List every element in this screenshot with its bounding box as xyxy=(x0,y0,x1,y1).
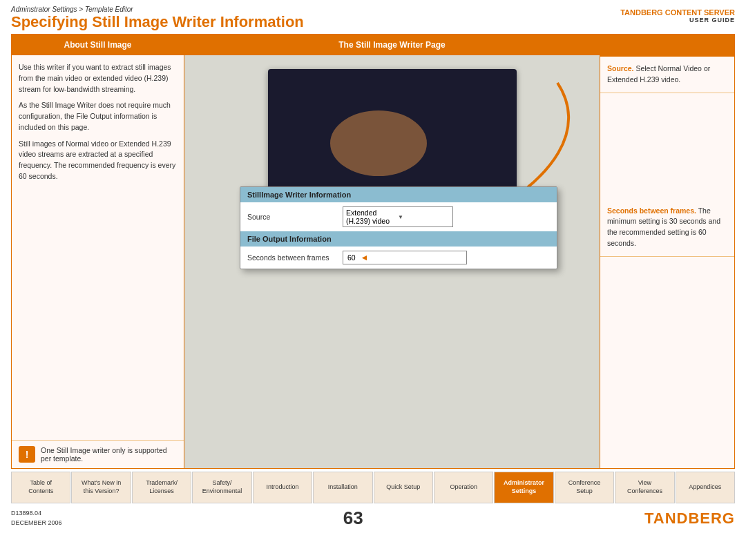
dialog-source-label: Source xyxy=(247,213,337,221)
nav-tab-7[interactable]: Operation xyxy=(434,472,493,503)
dialog-section1-header: StillImage Writer Information xyxy=(240,187,557,202)
page-header: Adminstrator Settings > Template Editor … xyxy=(0,0,746,34)
nav-tab-2[interactable]: Trademark/Licenses xyxy=(132,472,191,503)
dialog-section2-header: File Output Information xyxy=(240,231,557,247)
brand-name: TANDBERG CONTENT SERVER xyxy=(620,8,735,17)
nav-tab-4[interactable]: Introduction xyxy=(253,472,312,503)
dialog-source-value: Extended (H.239) video xyxy=(346,209,398,225)
right-note-2: Seconds between frames. The minimum sett… xyxy=(600,199,734,257)
sidebar-header: About Still Image xyxy=(12,35,184,55)
bottom-nav: Table ofContentsWhat's New inthis Versio… xyxy=(11,472,735,503)
input-arrow-icon: ◄ xyxy=(361,253,369,262)
nav-tab-5[interactable]: Installation xyxy=(313,472,372,503)
footer-doc-info: D13898.04 DECEMBER 2006 xyxy=(11,509,62,528)
nav-tab-9[interactable]: ConferenceSetup xyxy=(555,472,614,503)
breadcrumb: Adminstrator Settings > Template Editor xyxy=(11,6,304,13)
right-note1-title: Source. xyxy=(607,64,634,73)
main-content: About Still Image Use this writer if you… xyxy=(11,34,735,469)
right-sidebar: Source. Select Normal Video or Extended … xyxy=(600,35,734,468)
sidebar-para-3: Still images of Normal video or Extended… xyxy=(19,139,177,182)
page-title: Specifying Still Image Writer Informatio… xyxy=(11,13,304,31)
brand-tandberg-text: TANDBERG xyxy=(620,8,663,17)
dialog-source-row: Source Extended (H.239) video ▼ xyxy=(240,202,557,231)
dialog-frames-input[interactable]: 60 ◄ xyxy=(343,251,467,264)
nav-tab-0[interactable]: Table ofContents xyxy=(11,472,70,503)
right-sidebar-header xyxy=(600,35,734,57)
right-note-1: Source. Select Normal Video or Extended … xyxy=(600,57,734,93)
right-spacer2 xyxy=(600,257,734,468)
nav-tab-6[interactable]: Quick Setup xyxy=(374,472,433,503)
nav-tab-1[interactable]: What's New inthis Version? xyxy=(71,472,131,503)
breadcrumb-area: Adminstrator Settings > Template Editor … xyxy=(11,6,304,31)
right-note2-title: Seconds between frames. xyxy=(607,206,696,215)
dialog-frames-value: 60 xyxy=(347,253,356,262)
center-area: The Still Image Writer Page xyxy=(184,35,600,468)
footer-brand: TANDBERG xyxy=(644,510,735,528)
nav-tab-10[interactable]: ViewConferences xyxy=(615,472,674,503)
select-arrow-icon: ▼ xyxy=(398,214,450,220)
center-body: StillImage Writer Information Source Ext… xyxy=(184,55,600,467)
dialog-source-select[interactable]: Extended (H.239) video ▼ xyxy=(343,206,453,227)
footer-date: DECEMBER 2006 xyxy=(11,519,62,528)
brand-highlight: CONTENT SERVER xyxy=(665,8,735,17)
warning-icon: ! xyxy=(19,446,35,463)
nav-tab-8[interactable]: AdministratorSettings xyxy=(494,472,553,503)
brand-guide: USER GUIDE xyxy=(620,17,735,23)
left-sidebar: About Still Image Use this writer if you… xyxy=(12,35,184,468)
dialog-frames-label: Seconds between frames xyxy=(247,253,337,262)
nav-tab-3[interactable]: Safety/Environmental xyxy=(192,472,251,503)
page-footer: D13898.04 DECEMBER 2006 63 TANDBERG xyxy=(0,505,746,532)
sidebar-body: Use this writer if you want to extract s… xyxy=(12,55,184,440)
right-spacer xyxy=(600,93,734,199)
brand-area: TANDBERG CONTENT SERVER USER GUIDE xyxy=(620,6,735,23)
footer-doc-number: D13898.04 xyxy=(11,509,62,519)
video-oval xyxy=(330,110,427,176)
dialog-box: StillImage Writer Information Source Ext… xyxy=(240,186,557,269)
footer-page-number: 63 xyxy=(343,508,363,529)
sidebar-footer: ! One Still Image writer only is support… xyxy=(12,440,184,468)
dialog-frames-row: Seconds between frames 60 ◄ xyxy=(240,247,557,269)
nav-tab-11[interactable]: Appendices xyxy=(676,472,735,503)
sidebar-para-1: Use this writer if you want to extract s… xyxy=(19,62,177,95)
center-header: The Still Image Writer Page xyxy=(184,35,600,55)
sidebar-para-2: As the Still Image Writer does not requi… xyxy=(19,100,177,133)
sidebar-warning-text: One Still Image writer only is supported… xyxy=(41,446,177,463)
